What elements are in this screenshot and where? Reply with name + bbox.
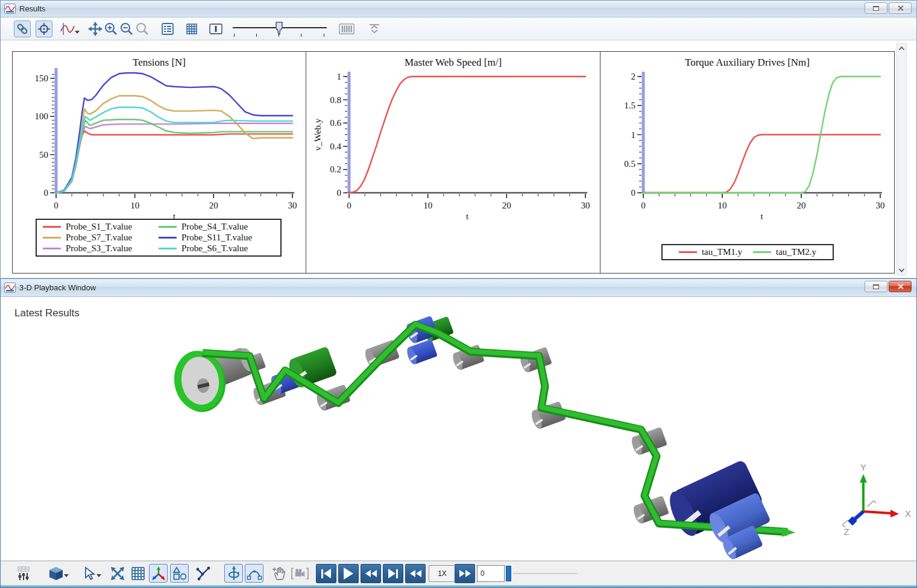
- restore-button[interactable]: [865, 281, 887, 292]
- shapes-icon: [172, 566, 187, 581]
- period-display-button[interactable]: [338, 20, 355, 37]
- plots-scrollbar[interactable]: [897, 43, 907, 275]
- plot-controls-button[interactable]: [14, 564, 33, 583]
- chevron-up-icon: [899, 46, 905, 52]
- svg-text:0: 0: [337, 188, 342, 198]
- svg-text:0: 0: [641, 201, 646, 210]
- web-speed-plot[interactable]: 00.20.40.60.810102030tv_Web.y: [306, 52, 600, 273]
- legend-label: Probe_S7_T.value: [66, 233, 132, 243]
- zoom-fit-icon: [135, 22, 150, 36]
- svg-text:0: 0: [347, 201, 351, 210]
- legend-label: tau_TM1.y: [702, 247, 742, 257]
- playback-slider-track: [513, 573, 578, 574]
- legend-list-button[interactable]: [159, 20, 176, 37]
- playback-slider[interactable]: [506, 565, 578, 582]
- tensions-plot-panel[interactable]: Tensions [N] 0501001500102030t Probe_S1_…: [13, 52, 306, 273]
- restore-button[interactable]: [865, 2, 887, 14]
- series-Probe_S6_T.value: [56, 107, 292, 193]
- legend-item-Probe_S1_T.value[interactable]: Probe_S1_T.value: [43, 222, 159, 232]
- 3d-viewport[interactable]: Y X Z Latest Results: [1, 297, 916, 561]
- results-titlebar[interactable]: Results: [1, 1, 916, 17]
- fit-vertical-icon: [367, 22, 382, 36]
- legend-item-tau_TM1.y[interactable]: tau_TM1.y: [679, 247, 742, 257]
- time-field[interactable]: 0: [477, 565, 505, 582]
- expand-view-button[interactable]: [108, 564, 127, 583]
- skip-to-start-button[interactable]: [316, 564, 336, 583]
- close-icon: [897, 283, 904, 290]
- probe-value-button[interactable]: [207, 20, 224, 37]
- show-axes-button[interactable]: [149, 564, 168, 583]
- zoom-fit-button[interactable]: [134, 20, 151, 37]
- pan-hand-button[interactable]: [269, 564, 288, 583]
- grid-button[interactable]: [183, 20, 200, 37]
- roller: [405, 339, 438, 366]
- zoom-in-icon: [104, 22, 118, 36]
- legend-item-Probe_S7_T.value[interactable]: Probe_S7_T.value: [43, 233, 159, 243]
- triad-x-label: X: [905, 508, 911, 519]
- scroll-down-button[interactable]: [897, 265, 906, 275]
- svg-text:100: 100: [35, 111, 49, 121]
- close-button[interactable]: [889, 2, 912, 14]
- tensions-legend: Probe_S1_T.valueProbe_S4_T.valueProbe_S7…: [36, 219, 282, 257]
- web-speed-plot-panel[interactable]: Master Web Speed [m/] 00.20.40.60.810102…: [306, 52, 600, 273]
- svg-text:50: 50: [39, 150, 48, 160]
- legend-item-Probe_S6_T.value[interactable]: Probe_S6_T.value: [159, 243, 274, 254]
- time-slider-handle[interactable]: [275, 22, 283, 35]
- trace-lines-button[interactable]: [194, 564, 212, 583]
- scroll-up-button[interactable]: [897, 43, 906, 53]
- slower-button[interactable]: [405, 564, 426, 583]
- fit-vertical-button[interactable]: [366, 20, 383, 37]
- playback-window: 3-D Playback Window: [0, 278, 917, 588]
- svg-text:1: 1: [631, 130, 636, 140]
- svg-text:30: 30: [581, 201, 590, 210]
- results-toolbar: [1, 17, 916, 40]
- legend-item-Probe_S4_T.value[interactable]: Probe_S4_T.value: [159, 222, 274, 232]
- orbit-view-button[interactable]: [245, 564, 263, 583]
- time-slider[interactable]: [232, 20, 328, 37]
- zoom-in-button[interactable]: [102, 20, 119, 37]
- playback-toolbar: 1X 0: [1, 561, 916, 585]
- select-cursor-button[interactable]: [77, 564, 101, 583]
- show-shapes-button[interactable]: [170, 564, 189, 583]
- play-button[interactable]: [338, 564, 359, 583]
- curve-style-button[interactable]: [56, 20, 79, 37]
- trace-lines-icon: [195, 566, 211, 581]
- torque-plot[interactable]: 00.511.520102030t: [600, 52, 894, 273]
- curve-dropdown-caret: [75, 31, 80, 34]
- rollers: [234, 316, 764, 540]
- results-window: Results: [0, 0, 917, 278]
- pan-button[interactable]: [87, 20, 104, 37]
- plot-controls-icon: [16, 566, 31, 581]
- probe-crosshair-button[interactable]: [36, 20, 52, 37]
- camera-view-button[interactable]: [291, 564, 309, 583]
- zoom-out-icon: [119, 22, 134, 36]
- close-button[interactable]: [889, 281, 912, 292]
- camera-view-icon: [291, 566, 309, 581]
- view-cube-button[interactable]: [44, 564, 68, 583]
- plots-area: Tensions [N] 0501001500102030t Probe_S1_…: [1, 40, 916, 278]
- spin-view-button[interactable]: [224, 564, 243, 583]
- playback-titlebar[interactable]: 3-D Playback Window: [1, 279, 916, 297]
- axis-triad: Y X Z: [842, 462, 911, 537]
- legend-item-Probe_S3_T.value[interactable]: Probe_S3_T.value: [43, 243, 159, 254]
- close-icon: [897, 5, 904, 11]
- grid-button[interactable]: [128, 564, 147, 583]
- svg-text:0: 0: [631, 188, 636, 198]
- pan-icon: [87, 21, 103, 37]
- playback-slider-thumb[interactable]: [506, 566, 511, 581]
- spin-view-icon: [226, 566, 242, 581]
- skip-end-icon: [388, 569, 395, 578]
- legend-label: Probe_S6_T.value: [181, 243, 248, 254]
- curve-icon: [60, 22, 75, 36]
- crosshair-icon: [37, 22, 51, 36]
- legend-item-tau_TM2.y[interactable]: tau_TM2.y: [753, 247, 816, 257]
- zoom-out-button[interactable]: [118, 20, 135, 37]
- app-chart-icon: [4, 4, 16, 14]
- faster-button[interactable]: [455, 564, 475, 583]
- svg-text:10: 10: [718, 201, 727, 210]
- skip-to-end-button[interactable]: [383, 564, 403, 583]
- torque-plot-panel[interactable]: Torque Auxiliary Drives [Nm] 00.511.5201…: [600, 52, 894, 273]
- legend-item-Probe_S11_T.value[interactable]: Probe_S11_T.value: [159, 233, 274, 243]
- play-reverse-button[interactable]: [361, 564, 381, 583]
- link-button[interactable]: [14, 20, 31, 37]
